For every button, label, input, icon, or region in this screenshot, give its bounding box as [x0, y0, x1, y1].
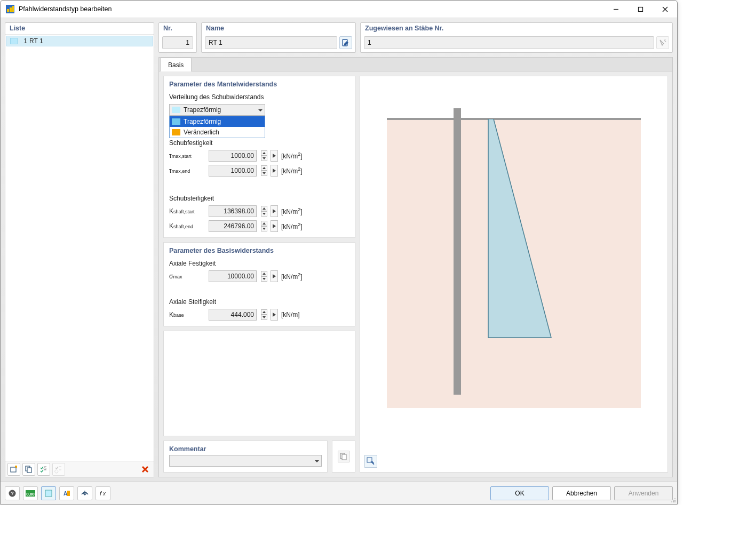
window-title: Pfahlwiderstandstyp bearbeiten — [19, 5, 603, 13]
more-button[interactable] — [271, 309, 278, 321]
assigned-panel: Zugewiesen an Stäbe Nr. 1 — [360, 22, 673, 53]
distribution-label: Verteilung des Schubwiderstands — [169, 93, 349, 101]
name-panel: Name RT 1 — [201, 22, 356, 53]
svg-rect-18 — [342, 454, 346, 460]
list-header: Liste — [5, 23, 154, 34]
units-button[interactable]: 0,00 — [23, 486, 38, 500]
more-button[interactable] — [271, 220, 278, 232]
help-button[interactable]: ? — [5, 486, 20, 500]
nr-value: 1 — [162, 36, 193, 49]
tab-strip: Basis — [159, 58, 672, 71]
minimize-button[interactable] — [603, 1, 628, 18]
svg-text:0,00: 0,00 — [26, 492, 35, 497]
k-base-row: Kbase 444.000 [kN/m] — [169, 309, 349, 321]
delete-item-button[interactable] — [139, 463, 152, 476]
svg-point-32 — [674, 500, 676, 501]
distribution-selected: Trapezförmig — [184, 106, 221, 114]
color-swatch-icon — [172, 118, 180, 125]
list-area[interactable]: 1 RT 1 — [5, 34, 154, 461]
load-button[interactable] — [77, 486, 92, 500]
color-swatch-icon — [172, 107, 180, 113]
tau-max-end-row: τmax,end 1000.00 [kN/m2] — [169, 165, 349, 177]
list-panel: Liste 1 RT 1 — [5, 22, 154, 477]
tab-basis[interactable]: Basis — [160, 58, 192, 71]
more-button[interactable] — [271, 150, 278, 162]
spinner-buttons[interactable] — [261, 150, 267, 161]
spinner-buttons[interactable] — [261, 165, 267, 176]
dialog-footer: ? 0,00 A fx OK Abbrechen Anwenden — [1, 482, 677, 504]
svg-point-33 — [671, 501, 672, 502]
k-shaft-start-row: Kshaft,start 136398.00 [kN/m2] — [169, 205, 349, 217]
svg-line-16 — [665, 41, 666, 42]
tau-max-end-input[interactable]: 1000.00 — [209, 165, 257, 177]
check-all-button[interactable] — [37, 463, 50, 476]
svg-rect-25 — [45, 490, 52, 497]
spinner-buttons[interactable] — [261, 206, 267, 217]
base-resistance-title: Parameter des Basiswiderstands — [164, 243, 355, 257]
axial-stiffness-label: Axiale Steifigkeit — [169, 298, 349, 306]
comment-library-button[interactable] — [338, 451, 349, 462]
k-shaft-start-label: Kshaft,start — [169, 207, 205, 215]
k-shaft-end-label: Kshaft,end — [169, 222, 205, 230]
axial-strength-label: Axiale Festigkeit — [169, 260, 349, 267]
list-item-label: RT 1 — [29, 37, 43, 45]
unit-label: [kN/m2] — [281, 222, 303, 230]
more-button[interactable] — [271, 270, 278, 282]
spinner-buttons[interactable] — [261, 271, 267, 282]
distribution-dropdown[interactable]: Trapezförmig Veränderlich — [169, 116, 265, 138]
svg-rect-3 — [12, 6, 14, 12]
comment-combo[interactable] — [169, 455, 322, 467]
distribution-combo[interactable]: Trapezförmig Trapezförmig — [169, 104, 265, 116]
more-button[interactable] — [271, 165, 278, 177]
spinner-buttons[interactable] — [261, 221, 267, 231]
comment-side-panel — [332, 441, 355, 473]
k-base-input[interactable]: 444.000 — [209, 309, 257, 321]
new-item-button[interactable] — [7, 463, 20, 476]
nr-panel: Nr. 1 — [158, 22, 197, 53]
copy-item-button[interactable] — [22, 463, 35, 476]
k-shaft-end-input[interactable]: 246796.00 — [209, 220, 257, 232]
rename-button[interactable]: A — [59, 486, 74, 500]
apply-button[interactable]: Anwenden — [614, 486, 673, 500]
svg-point-35 — [674, 498, 676, 499]
chevron-down-icon — [258, 106, 263, 114]
unit-label: [kN/m2] — [281, 166, 303, 175]
svg-rect-1 — [7, 9, 9, 12]
close-button[interactable] — [653, 1, 677, 18]
chevron-down-icon — [315, 457, 319, 465]
color-button[interactable] — [41, 486, 56, 500]
k-shaft-start-input[interactable]: 136398.00 — [209, 205, 257, 217]
formula-button[interactable]: fx — [96, 486, 110, 500]
comment-title: Kommentar — [164, 441, 327, 455]
list-item[interactable]: 1 RT 1 — [6, 36, 153, 46]
list-item-index: 1 — [20, 37, 27, 45]
resize-grip-icon[interactable] — [670, 497, 676, 503]
svg-text:x: x — [102, 491, 106, 497]
distribution-option-variable[interactable]: Veränderlich — [170, 127, 265, 138]
spinner-buttons[interactable] — [261, 309, 267, 320]
tau-max-start-row: τmax,start 1000.00 [kN/m2] — [169, 150, 349, 162]
uncheck-all-button[interactable] — [52, 463, 65, 476]
more-button[interactable] — [271, 205, 278, 217]
svg-rect-2 — [10, 7, 12, 12]
pick-members-button[interactable] — [656, 36, 669, 49]
shear-strength-label: Schubfestigkeit — [169, 139, 349, 147]
sigma-max-input[interactable]: 10000.00 — [209, 270, 257, 282]
empty-group — [163, 331, 355, 436]
sigma-max-label: σmax — [169, 273, 205, 280]
svg-marker-19 — [488, 119, 551, 338]
edit-name-button[interactable] — [339, 36, 352, 49]
maximize-button[interactable] — [628, 1, 653, 18]
svg-rect-5 — [638, 7, 642, 11]
preview-settings-button[interactable] — [364, 455, 377, 468]
skin-resistance-group: Parameter des Mantelwiderstands Verteilu… — [163, 76, 355, 238]
tau-max-start-label: τmax,start — [169, 152, 205, 159]
ok-button[interactable]: OK — [490, 486, 549, 500]
cancel-button[interactable]: Abbrechen — [552, 486, 611, 500]
tau-max-start-input[interactable]: 1000.00 — [209, 150, 257, 162]
distribution-option-trapezoidal[interactable]: Trapezförmig — [170, 116, 265, 127]
name-value[interactable]: RT 1 — [205, 36, 337, 49]
app-icon — [6, 5, 14, 13]
assigned-value[interactable]: 1 — [364, 36, 654, 49]
name-label: Name — [202, 23, 355, 34]
